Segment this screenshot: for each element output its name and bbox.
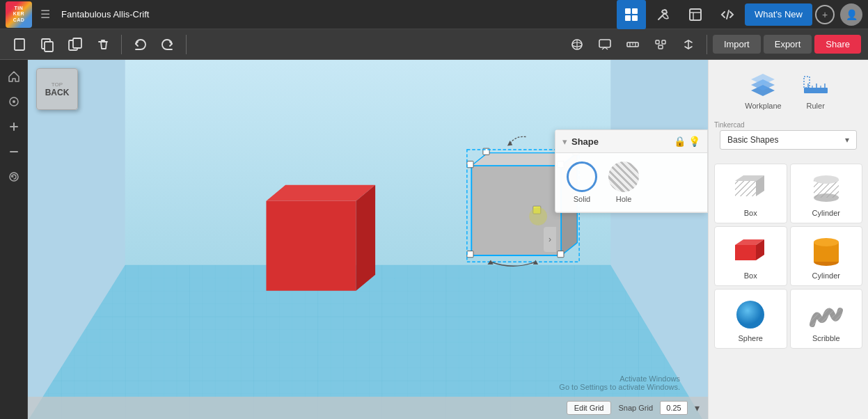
- svg-rect-0: [625, 8, 631, 14]
- shape-panel-collapse-arrow[interactable]: ▾: [562, 136, 567, 147]
- snap-grid-input[interactable]: [660, 401, 688, 415]
- shape-cylinder-gray[interactable]: Cylinder: [790, 164, 863, 223]
- svg-rect-7: [45, 42, 53, 52]
- zoom-out-icon[interactable]: [3, 141, 25, 163]
- svg-rect-9: [73, 38, 81, 48]
- svg-point-49: [529, 207, 547, 226]
- gallery-button[interactable]: [681, 0, 710, 29]
- nav-right-group: What's New + 👤: [617, 0, 862, 29]
- shape-panel: ▾ Shape 🔒 💡 Solid Hole: [555, 129, 708, 213]
- red-box[interactable]: [266, 185, 375, 291]
- panel-collapse-button[interactable]: ›: [544, 227, 556, 252]
- svg-rect-4: [690, 9, 701, 20]
- import-button[interactable]: Import: [713, 35, 761, 54]
- svg-point-67: [814, 175, 839, 184]
- add-account-icon[interactable]: +: [815, 5, 835, 24]
- zoom-in-icon[interactable]: [3, 116, 25, 138]
- copy-new-button[interactable]: [35, 32, 60, 57]
- grid-view-button[interactable]: [617, 0, 646, 29]
- flip-button[interactable]: [676, 32, 701, 57]
- box-red-image: [728, 232, 773, 270]
- tinkercad-logo[interactable]: TIN KER CAD: [6, 1, 32, 28]
- home-icon[interactable]: [3, 65, 25, 88]
- whats-new-button[interactable]: What's New: [745, 3, 812, 26]
- orbit-icon[interactable]: [3, 90, 25, 113]
- svg-point-73: [814, 238, 839, 246]
- shape-cylinder-orange[interactable]: Cylinder: [790, 226, 863, 286]
- solid-type[interactable]: Solid: [567, 161, 597, 203]
- user-avatar[interactable]: 👤: [840, 3, 862, 26]
- cylinder-gray-image: [804, 170, 849, 207]
- cylinder-gray-label: Cylinder: [812, 209, 840, 217]
- reset-view-icon[interactable]: [3, 166, 25, 188]
- logo-text: TIN KER CAD: [13, 6, 25, 23]
- svg-rect-53: [804, 88, 828, 93]
- view-cube-top-label: TOP: [52, 81, 63, 88]
- align-button[interactable]: [648, 32, 673, 57]
- box-gray-label: Box: [744, 209, 757, 217]
- svg-marker-68: [735, 245, 756, 260]
- cylinder-orange-label: Cylinder: [812, 271, 840, 280]
- svg-rect-59: [804, 77, 810, 88]
- viewport[interactable]: TOP BACK ▾ Shape 🔒 💡 Solid: [28, 60, 708, 419]
- tinkercad-category-label: Tinkercad: [714, 121, 862, 129]
- codeblocks-button[interactable]: [713, 0, 742, 29]
- bottom-bar: Edit Grid Snap Grid ▾: [28, 397, 708, 419]
- svg-rect-2: [625, 15, 631, 21]
- hole-label: Hole: [616, 195, 632, 203]
- shapes-category-label: Basic Shapes: [727, 135, 845, 145]
- shape-type-selector: Solid Hole: [555, 153, 707, 212]
- snap-grid-label: Snap Grid: [618, 404, 653, 412]
- sphere-blue-label: Sphere: [739, 334, 763, 342]
- toolbar: Import Export Share: [0, 29, 868, 60]
- box-red-label: Box: [744, 271, 757, 280]
- ruler-view-button[interactable]: [620, 32, 645, 57]
- workplane-icon: [747, 71, 779, 99]
- svg-point-22: [13, 100, 15, 103]
- duplicate-button[interactable]: [63, 32, 88, 57]
- svg-point-74: [736, 301, 764, 329]
- new-button[interactable]: [7, 32, 32, 57]
- svg-marker-52: [751, 74, 775, 85]
- menu-icon[interactable]: ☰: [40, 8, 50, 21]
- snap-expand-icon[interactable]: ▾: [695, 402, 700, 413]
- comment-button[interactable]: [592, 32, 617, 57]
- tools-button[interactable]: [649, 0, 678, 29]
- svg-rect-40: [558, 251, 564, 258]
- view-cube[interactable]: TOP BACK: [36, 68, 81, 113]
- svg-rect-37: [467, 161, 473, 168]
- delete-button[interactable]: [90, 32, 116, 57]
- svg-point-26: [10, 173, 18, 181]
- box-gray-image: [728, 170, 773, 207]
- top-nav: TIN KER CAD ☰ Fantabulous Allis-Crift Wh…: [0, 0, 868, 29]
- right-panel: Workplane Ruler Tinkercad Basic Shapes ▾: [708, 60, 868, 419]
- project-title: Fantabulous Allis-Crift: [61, 9, 611, 19]
- scribble-image: [804, 295, 849, 333]
- shapes-category-dropdown[interactable]: Basic Shapes ▾: [720, 130, 857, 150]
- shape-panel-title: Shape: [571, 136, 670, 147]
- shapes-grid: Box Cylinder Box Cylind: [709, 161, 868, 351]
- workplane-label: Workplane: [745, 102, 781, 110]
- hole-circle: [608, 161, 639, 192]
- redo-button[interactable]: [155, 32, 180, 57]
- workplane-ruler-section: Workplane Ruler: [709, 60, 868, 121]
- lock-icon[interactable]: 🔒: [674, 136, 686, 147]
- view-perspective-button[interactable]: [565, 32, 590, 57]
- edit-grid-button[interactable]: Edit Grid: [567, 401, 612, 415]
- undo-button[interactable]: [127, 32, 152, 57]
- export-button[interactable]: Export: [764, 35, 812, 54]
- shape-box-red[interactable]: Box: [714, 226, 787, 286]
- ruler-button[interactable]: Ruler: [793, 67, 839, 114]
- light-icon[interactable]: 💡: [688, 136, 700, 147]
- shape-scribble[interactable]: Scribble: [790, 289, 863, 349]
- share-button[interactable]: Share: [814, 35, 861, 54]
- svg-marker-33: [356, 185, 375, 291]
- hole-type[interactable]: Hole: [608, 161, 639, 203]
- workplane-button[interactable]: Workplane: [738, 67, 788, 114]
- shape-sphere-blue[interactable]: Sphere: [714, 289, 787, 349]
- solid-circle: [567, 161, 597, 192]
- shape-panel-icon-group: 🔒 💡: [674, 136, 700, 147]
- shape-panel-header: ▾ Shape 🔒 💡: [555, 130, 707, 153]
- ruler-icon: [800, 71, 832, 99]
- shape-box-gray[interactable]: Box: [714, 164, 787, 223]
